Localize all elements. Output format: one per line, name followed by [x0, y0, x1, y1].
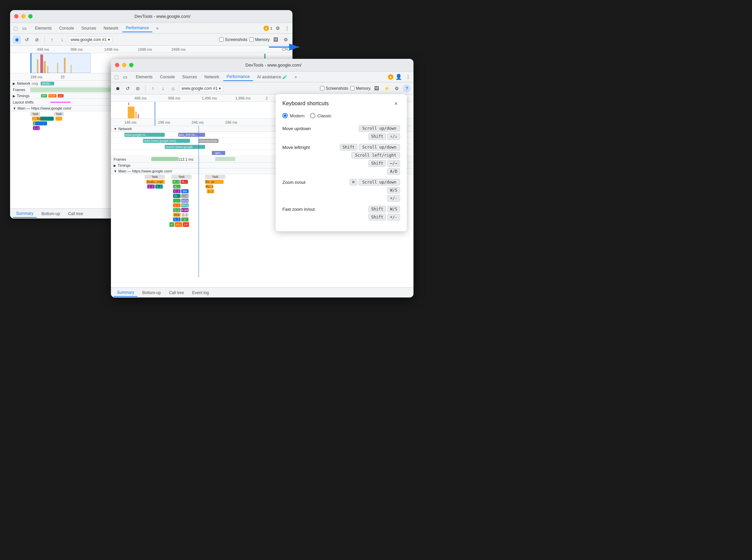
fg-help-button[interactable]: ? — [403, 84, 411, 93]
keyboard-shortcuts-panel: Keyboard shortcuts × Modern Classic Move… — [276, 94, 407, 231]
bg-close-button[interactable] — [14, 14, 19, 19]
bg-memory-input[interactable] — [250, 37, 254, 42]
fg-url-selector[interactable]: www.google.com #1 ▾ — [179, 85, 223, 92]
bg-clear-button[interactable]: ⊘ — [33, 36, 41, 44]
fg-clear-button[interactable]: ⊘ — [134, 84, 142, 93]
fg-maximize-button[interactable] — [129, 63, 134, 67]
bg-more-icon[interactable]: ⋮ — [283, 24, 291, 32]
bg-tab-elements[interactable]: Elements — [32, 24, 55, 32]
modern-mode-option[interactable]: Modern — [282, 113, 304, 118]
fg-task-2: Task — [172, 175, 192, 179]
fg-window-title: DevTools - www.google.com/ — [138, 62, 410, 67]
modern-mode-label: Modern — [290, 113, 304, 118]
bg-url-text: www.google.com #1 — [71, 37, 106, 42]
fg-download-button[interactable]: ↓ — [159, 84, 167, 93]
fg-home-button[interactable]: ⌂ — [169, 84, 177, 93]
fg-summary-tab[interactable]: Summary — [114, 289, 138, 297]
bg-bar-yellow — [56, 117, 62, 121]
bg-screenshots-input[interactable] — [219, 37, 223, 42]
fg-close-button[interactable] — [115, 63, 119, 67]
panel-close-button[interactable]: × — [392, 100, 400, 107]
bg-upload-button[interactable]: ↑ — [48, 36, 56, 44]
fg-more-icon[interactable]: ⋮ — [404, 73, 412, 81]
bg-screenshots-label: Screenshots — [225, 37, 248, 42]
fg-flame-ewa: e.wa — [181, 208, 189, 212]
bg-timings-triangle: ▶ — [13, 94, 16, 98]
fg-timeline-cursor — [155, 102, 155, 118]
move-leftright-label: Move left/right — [282, 144, 323, 150]
fg-device-icon[interactable]: ▭ — [121, 73, 129, 81]
fg-memory-label: Memory — [356, 86, 371, 91]
zoom-combo-1: ⌘ Scroll up/down — [325, 179, 400, 185]
fg-screenshots-input[interactable] — [320, 86, 324, 91]
zoom-combo-2: W/S — [325, 187, 400, 194]
classic-mode-option[interactable]: Classic — [310, 113, 332, 118]
fg-flame-o: O... — [173, 194, 180, 198]
bg-inspect-icon[interactable]: ⬚ — [12, 24, 20, 32]
fg-flame-dots6: (...) — [173, 203, 180, 207]
fg-memory-checkbox[interactable]: Memory — [350, 86, 371, 91]
fg-memory-input[interactable] — [350, 86, 355, 91]
panel-header: Keyboard shortcuts × — [282, 100, 400, 107]
fg-flame-rca: RCa — [181, 203, 189, 207]
bg-bar-blue — [35, 121, 47, 125]
bg-window-title: DevTools - www.google.com/ — [37, 14, 289, 19]
fg-url-text: www.google.com #1 — [181, 86, 218, 91]
fg-upload-button[interactable]: ↑ — [149, 84, 157, 93]
bg-download-button[interactable]: ↓ — [58, 36, 66, 44]
bg-summary-tab[interactable]: Summary — [13, 210, 37, 218]
bg-reload-record-button[interactable]: ↺ — [23, 36, 31, 44]
bg-tab-console[interactable]: Console — [56, 24, 77, 32]
move-lr-combo-4: A/D — [325, 168, 400, 175]
fg-screenshots-checkbox[interactable]: Screenshots — [320, 86, 348, 91]
bg-url-selector[interactable]: www.google.com #1 ▾ — [68, 36, 112, 43]
shift-key-3: Shift — [369, 160, 386, 167]
modern-radio-circle — [282, 113, 288, 118]
bg-tab-more[interactable]: » — [153, 24, 162, 32]
bg-settings-icon[interactable]: ⚙ — [274, 24, 282, 32]
shift-key-4: Shift — [369, 206, 386, 213]
fg-reload-record-button[interactable]: ↺ — [124, 84, 132, 93]
fg-tab-sources[interactable]: Sources — [179, 73, 200, 81]
bg-fp-badge: FP — [41, 94, 47, 98]
fg-flame-dots9: (...) — [173, 218, 180, 221]
fg-record-button[interactable]: ⏺ — [114, 84, 122, 93]
fg-tab-performance[interactable]: Performance — [223, 73, 253, 81]
scroll-updown-key-1: Scroll up/down — [359, 125, 400, 132]
fg-flame-nca: NCa — [181, 199, 189, 203]
fg-task-1: Task — [144, 175, 165, 179]
bg-tab-sources[interactable]: Sources — [78, 24, 99, 32]
fg-bottom-up-tab[interactable]: Bottom-up — [139, 289, 164, 297]
fg-flame-u: _... — [173, 199, 180, 203]
bg-bottom-up-tab[interactable]: Bottom-up — [38, 210, 63, 218]
fg-net-bar-5: search (www.google — [165, 145, 205, 149]
fg-tab-more[interactable]: » — [292, 73, 300, 81]
fg-user-icon[interactable]: 👤 — [395, 73, 403, 81]
fg-tab-console[interactable]: Console — [157, 73, 178, 81]
bg-lc-badge: LC — [58, 94, 64, 98]
fg-tab-elements[interactable]: Elements — [133, 73, 156, 81]
bg-record-button[interactable]: ⏺ — [13, 36, 21, 44]
bg-screenshots-checkbox[interactable]: Screenshots — [219, 37, 248, 42]
bg-tab-performance[interactable]: Performance — [122, 24, 152, 32]
bg-minimize-button[interactable] — [21, 14, 25, 19]
fg-tab-network[interactable]: Network — [201, 73, 222, 81]
fg-event-log-tab[interactable]: Event log — [189, 289, 212, 297]
fg-flame-aa: a... — [173, 184, 180, 188]
bg-device-icon[interactable]: ▭ — [20, 24, 28, 32]
bg-ruler-mark-1: 498 ms — [37, 47, 49, 52]
fg-flame-ru: Ru...s — [206, 184, 213, 188]
bg-maximize-button[interactable] — [28, 14, 33, 19]
move-lr-combo-1: Shift Scroll up/down — [325, 144, 400, 151]
fg-filter-icon[interactable]: ⚡ — [382, 84, 391, 93]
fg-capture-icon[interactable]: 🖼 — [373, 84, 380, 93]
fg-call-tree-tab[interactable]: Call tree — [166, 289, 187, 297]
fg-inspect-icon[interactable]: ⬚ — [112, 73, 120, 81]
fg-flame-dots8: (...) — [181, 213, 189, 217]
bg-tab-network[interactable]: Network — [100, 24, 122, 32]
fg-tab-ai[interactable]: AI assistance 🧪 — [254, 73, 291, 81]
fg-minimize-button[interactable] — [122, 63, 126, 67]
fg-settings-icon[interactable]: ⚙ — [393, 84, 401, 93]
move-leftright-row: Move left/right Shift Scroll up/down Scr… — [282, 144, 400, 175]
bg-call-tree-tab[interactable]: Call tree — [65, 210, 87, 218]
